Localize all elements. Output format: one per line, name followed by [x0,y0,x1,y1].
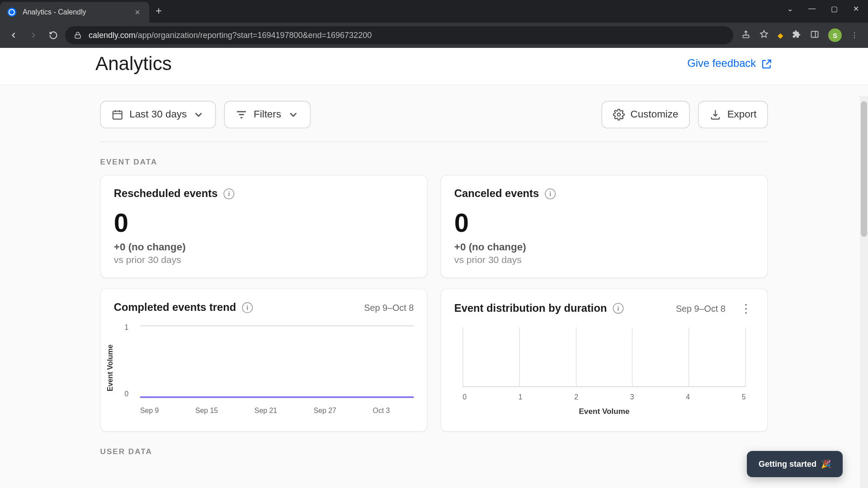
scrollbar[interactable] [860,96,868,488]
favicon-icon [7,8,16,17]
tabs-dropdown-icon[interactable]: ⌄ [787,5,793,13]
trend-line [140,396,414,398]
filter-icon [236,109,247,121]
svg-rect-4 [113,111,122,119]
y-ticks: 1 0 [125,323,129,398]
export-button[interactable]: Export [698,101,768,128]
window-controls: ⌄ — ▢ ✕ [778,0,868,18]
help-label: Getting started [759,460,816,469]
info-icon[interactable]: i [224,188,235,199]
customize-button[interactable]: Customize [601,101,690,128]
event-distribution-card: Event distribution by duration i Sep 9–O… [441,289,768,432]
close-tab-icon[interactable]: × [132,6,143,19]
page-title: Analytics [95,53,172,75]
date-range-selector[interactable]: Last 30 days [100,101,216,128]
completed-events-trend-card: Completed events trend i Sep 9–Oct 8 Eve… [100,289,428,432]
trend-chart: Event Volume 1 0 Sep 9 Sep 15 [114,323,414,413]
back-button[interactable] [5,27,22,43]
extensions-icon[interactable] [792,30,801,41]
calendar-icon [112,109,123,121]
x-ticks: 0 1 2 3 4 5 [462,393,745,401]
scrollbar-thumb[interactable] [861,101,867,237]
date-range-label: Last 30 days [129,109,187,121]
tab-title: Analytics - Calendly [23,8,132,16]
star-icon[interactable] [760,30,769,41]
give-feedback-link[interactable]: Give feedback [687,57,773,70]
canceled-value: 0 [454,208,754,238]
url-text: calendly.com/app/organization/reporting?… [89,31,372,40]
svg-rect-0 [75,35,80,38]
feedback-label: Give feedback [687,57,756,70]
date-range-label: Sep 9–Oct 8 [676,303,726,313]
toolbar: Last 30 days Filters Customize [100,101,768,142]
maximize-icon[interactable]: ▢ [831,5,838,13]
reload-button[interactable] [45,27,61,43]
svg-point-11 [617,113,620,116]
rescheduled-events-card: Rescheduled events i 0 +0 (no change) vs… [100,175,428,278]
info-icon[interactable]: i [242,302,253,313]
kebab-menu-icon[interactable]: ⋮ [851,31,858,40]
x-ticks: Sep 9 Sep 15 Sep 21 Sep 27 Oct 3 [140,407,414,415]
address-bar: calendly.com/app/organization/reporting?… [0,23,868,48]
canceled-events-card: Canceled events i 0 +0 (no change) vs pr… [441,175,768,278]
chevron-down-icon [287,109,299,121]
rescheduled-value: 0 [114,208,414,238]
date-range-label: Sep 9–Oct 8 [364,302,414,312]
getting-started-button[interactable]: Getting started 🎉 [747,451,843,477]
minimize-icon[interactable]: — [808,5,816,13]
card-title: Rescheduled events [114,188,218,200]
card-title: Event distribution by duration [454,302,607,314]
browser-tab[interactable]: Analytics - Calendly × [0,2,149,23]
canceled-vs: vs prior 30 days [454,255,754,266]
y-axis-label: Event Volume [106,344,114,391]
event-data-section-label: EVENT DATA [100,142,768,175]
share-icon[interactable] [741,30,750,41]
info-icon[interactable]: i [545,188,556,199]
svg-rect-2 [811,31,818,37]
customize-label: Customize [631,109,679,121]
download-icon [709,109,721,121]
lock-icon [73,31,82,40]
card-menu-icon[interactable]: ⋮ [737,301,754,315]
info-icon[interactable]: i [613,303,624,314]
extension-badge-icon[interactable]: ◆ [778,31,783,40]
user-data-section-label: USER DATA [100,432,768,465]
url-input[interactable]: calendly.com/app/organization/reporting?… [65,26,733,44]
card-title: Canceled events [454,188,539,200]
x-axis-label: Event Volume [454,407,754,416]
sidepanel-icon[interactable] [810,30,819,41]
forward-button[interactable] [25,27,42,43]
filters-label: Filters [254,109,281,121]
svg-rect-1 [743,35,749,38]
export-label: Export [727,109,757,121]
filters-button[interactable]: Filters [224,101,310,128]
browser-titlebar: Analytics - Calendly × + ⌄ — ▢ ✕ [0,0,868,23]
rescheduled-vs: vs prior 30 days [114,255,414,266]
rescheduled-change: +0 (no change) [114,242,414,253]
page-header: Analytics Give feedback [0,48,868,85]
chevron-down-icon [193,109,204,121]
distribution-chart: 0 1 2 3 4 5 Event Volume [454,325,754,414]
external-link-icon [761,58,773,70]
party-icon: 🎉 [821,459,831,469]
gear-icon [613,109,624,121]
close-window-icon[interactable]: ✕ [853,5,859,13]
card-title: Completed events trend [114,301,236,314]
new-tab-button[interactable]: + [149,0,168,22]
profile-avatar[interactable]: S [828,28,842,42]
canceled-change: +0 (no change) [454,242,754,253]
